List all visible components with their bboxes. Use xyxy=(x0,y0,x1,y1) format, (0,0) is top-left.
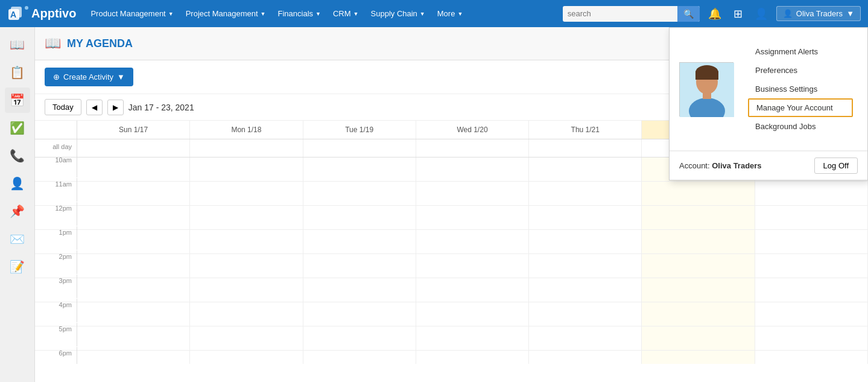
time-row-6pm: 6pm xyxy=(35,351,868,364)
time-row-3pm: 3pm xyxy=(35,278,868,302)
nav-supply-chain[interactable]: Supply Chain ▼ xyxy=(366,7,430,21)
nav-project-management[interactable]: Project Management ▼ xyxy=(181,7,271,21)
chevron-down-icon: ▼ xyxy=(457,11,463,17)
create-activity-button[interactable]: ⊕ Create Activity ▼ xyxy=(45,68,133,86)
chevron-down-icon: ▼ xyxy=(420,11,425,17)
time-label-5pm: 5pm xyxy=(35,323,77,346)
time-row-5pm: 5pm xyxy=(35,326,868,351)
background-jobs-item[interactable]: Background Jobs xyxy=(743,117,858,136)
time-label-11am: 11am xyxy=(35,178,77,202)
today-button[interactable]: Today xyxy=(45,99,81,115)
user-dropdown-panel: Assignment Alerts Preferences Business S… xyxy=(669,27,868,180)
nav-menu: Product Management ▼ Project Management … xyxy=(86,7,562,21)
svg-rect-7 xyxy=(695,71,718,80)
sidebar-item-list[interactable]: 📋 xyxy=(5,60,30,85)
next-period-button[interactable]: ▶ xyxy=(107,100,124,115)
day-header-sun: Sun 1/17 xyxy=(77,121,190,139)
chevron-down-icon: ▼ xyxy=(261,11,266,17)
profile-section: Assignment Alerts Preferences Business S… xyxy=(670,28,867,151)
allday-cell-wed[interactable] xyxy=(416,139,529,157)
cell-10am-mon[interactable] xyxy=(190,158,303,181)
day-header-mon: Mon 1/18 xyxy=(190,121,303,139)
app-name-label: Apptivo xyxy=(31,7,76,21)
cell-10am-sun[interactable] xyxy=(77,158,190,181)
logoff-button[interactable]: Log Off xyxy=(814,158,858,174)
sidebar-item-pin[interactable]: 📌 xyxy=(5,199,30,224)
search-button[interactable]: 🔍 xyxy=(677,6,700,22)
time-row-4pm: 4pm xyxy=(35,302,868,326)
svg-text:A: A xyxy=(10,10,16,19)
time-label-2pm: 2pm xyxy=(35,250,77,274)
app-logo[interactable]: A Apptivo xyxy=(7,4,76,24)
content-area: 📖 MY AGENDA ⊕ Create Activity ▼ Today ◀ … xyxy=(35,27,868,382)
nav-financials[interactable]: Financials ▼ xyxy=(273,7,326,21)
nav-crm[interactable]: CRM ▼ xyxy=(328,7,364,21)
search-input[interactable] xyxy=(563,6,677,21)
business-settings-item[interactable]: Business Settings xyxy=(743,80,858,98)
user-menu-button[interactable]: 👤 Oliva Traders ▼ xyxy=(776,6,861,21)
allday-cell-thu[interactable] xyxy=(529,139,642,157)
time-row-2pm: 2pm xyxy=(35,254,868,278)
day-header-thu: Thu 1/21 xyxy=(529,121,642,139)
sidebar-item-calendar[interactable]: 📅 xyxy=(5,88,30,113)
main-layout: 📖 📋 📅 ✅ 📞 👤 📌 ✉️ 📝 📖 MY AGENDA ⊕ Create … xyxy=(0,27,868,382)
time-row-1pm: 1pm xyxy=(35,230,868,254)
chevron-down-icon: ▼ xyxy=(117,72,125,81)
cell-10am-tue[interactable] xyxy=(303,158,416,181)
allday-cell-tue[interactable] xyxy=(303,139,416,157)
preferences-item[interactable]: Preferences xyxy=(743,61,858,80)
day-header-wed: Wed 1/20 xyxy=(416,121,529,139)
dropdown-menu-items: Assignment Alerts Preferences Business S… xyxy=(743,37,858,141)
user-profile-icon[interactable]: 👤 xyxy=(751,6,771,22)
time-label-3pm: 3pm xyxy=(35,275,77,298)
cell-10am-thu[interactable] xyxy=(529,158,642,181)
sidebar-item-book[interactable]: 📖 xyxy=(5,32,30,57)
sidebar-item-note[interactable]: 📝 xyxy=(5,254,30,279)
account-name-label: Oliva Traders xyxy=(712,161,761,170)
time-row-12pm: 12pm xyxy=(35,206,868,230)
chevron-down-icon: ▼ xyxy=(846,9,854,18)
avatar xyxy=(679,62,733,116)
plus-icon: ⊕ xyxy=(53,72,60,81)
page-title: MY AGENDA xyxy=(67,37,133,50)
top-navigation: A Apptivo Product Management ▼ Project M… xyxy=(0,0,868,27)
time-label-6pm: 6pm xyxy=(35,347,77,364)
nav-right-section: 🔍 🔔 ⊞ 👤 👤 Oliva Traders ▼ xyxy=(563,6,861,22)
sidebar-item-mail[interactable]: ✉️ xyxy=(5,226,30,252)
user-name-label: Oliva Traders xyxy=(796,9,843,18)
agenda-icon: 📖 xyxy=(45,36,61,51)
search-container: 🔍 xyxy=(563,6,700,22)
allday-cell-sun[interactable] xyxy=(77,139,190,157)
svg-point-3 xyxy=(25,6,28,10)
time-label-4pm: 4pm xyxy=(35,299,77,322)
left-sidebar: 📖 📋 📅 ✅ 📞 👤 📌 ✉️ 📝 xyxy=(0,27,35,382)
sidebar-item-phone[interactable]: 📞 xyxy=(5,143,30,168)
chevron-down-icon: ▼ xyxy=(315,11,321,17)
account-info: Account: Oliva Traders xyxy=(679,161,762,170)
time-label-12pm: 12pm xyxy=(35,202,77,226)
sidebar-item-tasks[interactable]: ✅ xyxy=(5,115,30,141)
nav-more[interactable]: More ▼ xyxy=(432,7,468,21)
user-icon: 👤 xyxy=(783,9,793,18)
sidebar-item-contacts[interactable]: 👤 xyxy=(5,171,30,196)
chevron-down-icon: ▼ xyxy=(168,11,174,17)
prev-period-button[interactable]: ◀ xyxy=(86,100,103,115)
nav-product-management[interactable]: Product Management ▼ xyxy=(86,7,178,21)
time-label-1pm: 1pm xyxy=(35,226,77,250)
assignment-alerts-item[interactable]: Assignment Alerts xyxy=(743,42,858,61)
apps-icon[interactable]: ⊞ xyxy=(730,6,746,22)
time-label-10am: 10am xyxy=(35,154,77,177)
account-footer: Account: Oliva Traders Log Off xyxy=(670,151,867,180)
day-header-tue: Tue 1/19 xyxy=(303,121,416,139)
chevron-down-icon: ▼ xyxy=(353,11,359,17)
date-range-label: Jan 17 - 23, 2021 xyxy=(128,103,744,112)
notifications-icon[interactable]: 🔔 xyxy=(705,6,725,22)
time-gutter-header xyxy=(35,121,77,139)
manage-account-item[interactable]: Manage Your Account xyxy=(748,98,853,117)
cell-10am-wed[interactable] xyxy=(416,158,529,181)
time-row-11am: 11am xyxy=(35,182,868,206)
allday-cell-mon[interactable] xyxy=(190,139,303,157)
svg-rect-9 xyxy=(703,92,711,99)
